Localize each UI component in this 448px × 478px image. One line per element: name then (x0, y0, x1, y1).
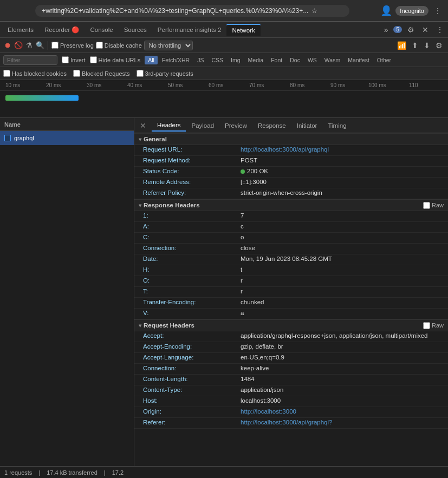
time-marker-90: 90 ms (330, 82, 345, 88)
record-stop-icon[interactable]: ⏺ (3, 41, 12, 50)
filter-fetch-xhr[interactable]: Fetch/XHR (159, 56, 193, 64)
prop-resp-T: T: r (134, 287, 448, 298)
tab-elements[interactable]: Elements (2, 24, 39, 35)
tab-preview[interactable]: Preview (219, 120, 252, 131)
wifi-icon[interactable]: 📶 (395, 40, 408, 51)
clear-icon[interactable]: 🚫 (14, 41, 23, 50)
third-party-input[interactable] (137, 70, 144, 77)
preserve-log-input[interactable] (51, 42, 59, 49)
status-separator-1: | (38, 469, 40, 476)
prop-name-referer: Referer: (143, 419, 241, 425)
prop-value-C: o (241, 234, 244, 240)
prop-name-H: H: (143, 266, 241, 273)
url-text: +writing%2C+validating%2C+and%0A%23+test… (42, 7, 308, 15)
prop-request-method: Request Method: POST (134, 156, 448, 167)
filter-doc[interactable]: Doc (287, 56, 303, 64)
hide-data-urls-input[interactable] (90, 56, 97, 63)
preserve-log-checkbox[interactable]: Preserve log (51, 42, 94, 49)
prop-referer: Referer: http://localhost:3000/api/graph… (134, 418, 448, 429)
tab-recorder[interactable]: Recorder 🔴 (39, 24, 85, 36)
filter-icon[interactable]: ⚗ (25, 41, 34, 50)
filter-all[interactable]: All (145, 56, 158, 64)
invert-checkbox[interactable]: Invert (62, 56, 86, 63)
filter-media[interactable]: Media (245, 56, 267, 64)
response-headers-arrow-icon[interactable] (139, 202, 141, 208)
search-icon[interactable]: 🔍 (36, 41, 44, 50)
throttle-select[interactable]: No throttling (144, 41, 193, 50)
filter-ws[interactable]: WS (304, 56, 320, 64)
status-separator-2: | (104, 469, 106, 476)
request-row-graphql[interactable]: graphql (0, 131, 134, 145)
tab-response[interactable]: Response (252, 120, 291, 131)
network-toolbar: ⏺ 🚫 ⚗ 🔍 Preserve log Disable cache No th… (0, 38, 448, 53)
tab-initiator[interactable]: Initiator (291, 120, 323, 131)
has-blocked-cookies-check[interactable]: Has blocked cookies (3, 70, 67, 77)
timeline-ruler: 10 ms 20 ms 30 ms 40 ms 50 ms 60 ms 70 m… (0, 80, 448, 91)
status-size: 17.2 (112, 469, 124, 476)
time-marker-30: 30 ms (87, 82, 101, 88)
content-area: General Request URL: http://localhost:30… (134, 133, 448, 466)
panel-close-icon[interactable]: ✕ (137, 120, 150, 131)
tab-console[interactable]: Console (85, 24, 118, 35)
prop-value-content-length: 1484 (241, 376, 255, 382)
chrome-menu-icon[interactable]: ⋮ (432, 5, 444, 16)
tab-headers[interactable]: Headers (152, 120, 186, 132)
invert-label: Invert (70, 57, 86, 63)
more-tabs-icon[interactable]: » (382, 24, 391, 35)
invert-input[interactable] (62, 56, 69, 63)
response-headers-section: Response Headers Raw 1: 7 A: c C: o (134, 199, 448, 319)
filter-css[interactable]: CSS (208, 56, 226, 64)
prop-name-transfer-encoding: Transfer-Encoding: (143, 299, 241, 305)
prop-name-1: 1: (143, 212, 241, 219)
third-party-check[interactable]: 3rd-party requests (137, 70, 193, 77)
third-party-label: 3rd-party requests (145, 70, 193, 77)
filter-other[interactable]: Other (374, 56, 394, 64)
filter-font[interactable]: Font (268, 56, 285, 64)
prop-value-T: r (241, 288, 243, 294)
hide-data-urls-checkbox[interactable]: Hide data URLs (90, 56, 141, 63)
tab-payload[interactable]: Payload (186, 120, 219, 131)
download-icon[interactable]: ⬇ (421, 40, 432, 51)
raw-response-input[interactable] (423, 202, 430, 209)
raw-request-checkbox[interactable]: Raw (423, 322, 444, 329)
tab-performance-insights[interactable]: Performance insights 2 (152, 24, 227, 35)
close-devtools-icon[interactable]: ✕ (420, 24, 431, 35)
filter-manifest[interactable]: Manifest (345, 56, 373, 64)
status-transferred: 17.4 kB transferred (47, 469, 98, 476)
filter-js[interactable]: JS (194, 56, 207, 64)
prop-req-connection: Connection: keep-alive (134, 364, 448, 375)
prop-name-A: A: (143, 223, 241, 230)
disable-cache-input[interactable] (96, 42, 103, 49)
settings-network-icon[interactable]: ⚙ (433, 40, 445, 51)
upload-icon[interactable]: ⬆ (410, 40, 420, 51)
disable-cache-checkbox[interactable]: Disable cache (96, 42, 142, 49)
filter-wasm[interactable]: Wasm (321, 56, 343, 64)
time-marker-60: 60 ms (209, 82, 223, 88)
blocked-requests-check[interactable]: Blocked Requests (73, 70, 130, 77)
prop-accept: Accept: application/graphql-response+jso… (134, 331, 448, 342)
prop-name-date: Date: (143, 256, 241, 262)
filter-img[interactable]: Img (228, 56, 244, 64)
blocked-requests-input[interactable] (73, 70, 80, 77)
prop-value-V: a (241, 310, 244, 316)
raw-response-checkbox[interactable]: Raw (423, 202, 444, 209)
prop-resp-C: C: o (134, 233, 448, 244)
raw-request-input[interactable] (423, 322, 430, 329)
filter-input[interactable] (3, 55, 57, 65)
bookmark-icon[interactable]: ☆ (311, 7, 317, 15)
prop-name-remote-address: Remote Address: (143, 179, 241, 185)
tab-timing[interactable]: Timing (322, 120, 352, 131)
request-headers-arrow-icon[interactable] (139, 323, 141, 329)
general-title: General (144, 136, 167, 142)
url-bar[interactable]: +writing%2C+validating%2C+and%0A%23+test… (35, 5, 349, 17)
tab-network[interactable]: Network (226, 24, 260, 36)
general-arrow-icon[interactable] (139, 136, 141, 142)
status-bar: 1 requests | 17.4 kB transferred | 17.2 (0, 466, 448, 478)
tab-sources[interactable]: Sources (119, 24, 152, 35)
prop-resp-transfer-encoding: Transfer-Encoding: chunked (134, 298, 448, 309)
more-options-icon[interactable]: ⋮ (434, 24, 446, 35)
prop-value-date: Mon, 19 Jun 2023 08:45:28 GMT (241, 256, 332, 262)
has-blocked-cookies-input[interactable] (3, 70, 10, 77)
prop-value-A: c (241, 223, 244, 230)
settings-icon[interactable]: ⚙ (405, 24, 417, 35)
